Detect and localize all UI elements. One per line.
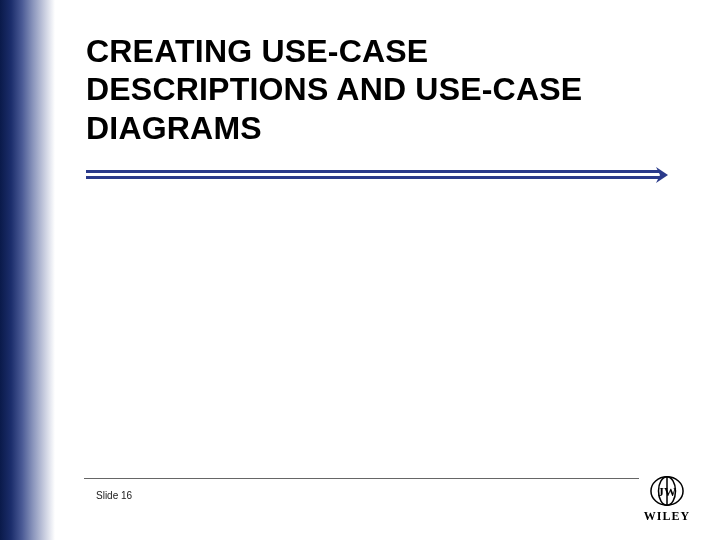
slide-number: Slide 16 [96,490,132,501]
underline-bar-top [86,170,660,173]
brand-name: WILEY [644,509,690,524]
brand-logo: JW WILEY [636,474,698,524]
arrow-right-icon [654,165,672,185]
slide-title: CREATING USE-CASE DESCRIPTIONS AND USE-C… [86,32,656,147]
underline-bar-bottom [86,176,660,179]
slide-container: CREATING USE-CASE DESCRIPTIONS AND USE-C… [0,0,720,540]
wiley-logo-icon: JW [648,474,686,508]
footer-divider [84,478,639,479]
svg-text:JW: JW [658,485,677,499]
title-underline [86,170,668,194]
left-gradient-decoration [0,0,55,540]
svg-marker-0 [656,167,668,183]
